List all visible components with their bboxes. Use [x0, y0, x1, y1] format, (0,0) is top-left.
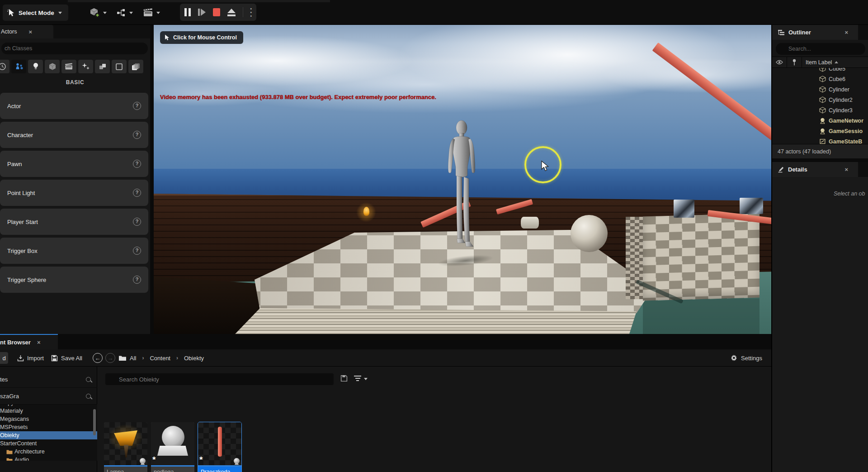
- cinematic-category-button[interactable]: [61, 60, 76, 73]
- blueprints-dropdown[interactable]: [117, 8, 133, 17]
- breadcrumb-content[interactable]: Content: [150, 355, 170, 362]
- outliner-row[interactable]: Cylinder2: [772, 95, 868, 105]
- help-icon[interactable]: [133, 276, 141, 284]
- eject-icon[interactable]: [227, 9, 236, 16]
- mouse-cursor-icon: [541, 161, 549, 172]
- tab-content-browser[interactable]: nt Browser ×: [0, 334, 58, 349]
- stop-icon[interactable]: [213, 8, 220, 16]
- asset-tile-przeszkoda[interactable]: Przeszkoda: [198, 422, 241, 472]
- nav-forward-button[interactable]: →: [105, 349, 115, 367]
- help-icon[interactable]: [133, 160, 141, 168]
- tab-details[interactable]: Details ×: [772, 162, 858, 177]
- volumes-category-button[interactable]: [112, 60, 127, 73]
- gear-icon: [730, 354, 737, 362]
- search-classes-input[interactable]: [1, 43, 148, 54]
- shapes-category-button[interactable]: [45, 60, 60, 73]
- asset-search-input[interactable]: [105, 373, 334, 385]
- outliner-row[interactable]: Cylinder: [772, 84, 868, 95]
- folder-row[interactable]: StarterContent: [0, 439, 97, 448]
- place-actor-item-character[interactable]: Character: [0, 122, 148, 148]
- favorites-row[interactable]: tes: [0, 371, 97, 388]
- search-icon[interactable]: [86, 377, 91, 382]
- place-actor-item-trigger-box[interactable]: Trigger Box: [0, 238, 148, 264]
- place-actor-item-pawn[interactable]: Pawn: [0, 151, 148, 177]
- chevron-down-icon: [129, 12, 133, 14]
- chevron-down-icon: [364, 378, 368, 380]
- folder-row-selected[interactable]: Obiekty: [0, 431, 97, 439]
- place-actor-item-point-light[interactable]: Point Light: [0, 180, 148, 206]
- vfx-category-button[interactable]: [78, 60, 93, 73]
- outliner-tabbar: Outliner ×: [772, 25, 868, 40]
- outliner-row[interactable]: GameStateB: [772, 136, 868, 144]
- filter-dropdown[interactable]: [354, 376, 368, 382]
- pause-icon[interactable]: [184, 8, 191, 16]
- project-root-row[interactable]: szaGra: [0, 388, 97, 405]
- outliner-row[interactable]: GameNetwor: [772, 115, 868, 126]
- help-icon[interactable]: [133, 102, 141, 110]
- folder-row[interactable]: Materialy: [0, 407, 97, 415]
- close-icon[interactable]: ×: [844, 166, 848, 173]
- outliner-search-input[interactable]: [776, 43, 865, 55]
- place-actor-item-player-start[interactable]: Player Start: [0, 209, 148, 235]
- add-actor-dropdown[interactable]: [90, 7, 107, 18]
- close-icon[interactable]: ×: [37, 339, 41, 346]
- panel-divider: [772, 158, 868, 162]
- outliner-row[interactable]: Cube5: [772, 68, 868, 74]
- outliner-row[interactable]: GameSessio: [772, 126, 868, 136]
- scrollbar[interactable]: [93, 409, 96, 435]
- details-tabbar: Details ×: [772, 162, 868, 177]
- help-icon[interactable]: [133, 247, 141, 255]
- asset-tile-podloga[interactable]: podloga: [151, 422, 194, 472]
- add-button-fragment[interactable]: d: [0, 352, 8, 364]
- item-label-column[interactable]: Item Label: [806, 59, 832, 66]
- help-icon[interactable]: [133, 131, 141, 139]
- outliner-row[interactable]: Cylinder3: [772, 105, 868, 115]
- small-cylinder: [521, 217, 539, 229]
- asset-tile-lampa[interactable]: Lampa: [104, 422, 147, 472]
- step-forward-icon[interactable]: [198, 9, 206, 16]
- right-dock-panel: Outliner × Item Label Cube5 Cube6: [771, 25, 868, 472]
- import-button[interactable]: Import: [17, 349, 44, 367]
- outliner-row[interactable]: Cube6: [772, 74, 868, 84]
- content-browser-toolbar: d Import Save All ← → All › Content › Ob…: [0, 349, 771, 367]
- content-browser-settings-button[interactable]: Settings: [730, 349, 762, 367]
- place-actors-tabbar: Actors ×: [0, 25, 150, 38]
- place-actor-item-trigger-sphere[interactable]: Trigger Sphere: [0, 267, 148, 293]
- close-icon[interactable]: ×: [28, 29, 32, 35]
- tab-outliner[interactable]: Outliner ×: [772, 25, 858, 40]
- asset-type-badge-icon: [234, 458, 240, 464]
- sort-asc-icon: [835, 61, 838, 63]
- recent-category-button[interactable]: [0, 60, 9, 73]
- folder-row[interactable]: MSPresets: [0, 423, 97, 431]
- asset-name: Przeszkoda: [198, 467, 241, 472]
- select-mode-dropdown[interactable]: Select Mode: [3, 5, 68, 21]
- save-search-icon[interactable]: [340, 375, 348, 382]
- help-icon[interactable]: [133, 218, 141, 226]
- save-all-button[interactable]: Save All: [51, 349, 82, 367]
- geometry-category-button[interactable]: [95, 60, 110, 73]
- close-icon[interactable]: ×: [844, 29, 848, 36]
- pin-column[interactable]: [787, 57, 802, 67]
- all-classes-category-button[interactable]: [128, 60, 143, 73]
- basic-category-button[interactable]: [11, 60, 26, 73]
- nav-back-button[interactable]: ←: [93, 349, 103, 367]
- game-viewport[interactable]: Video memory has been exhausted (933.878…: [154, 25, 771, 334]
- mouse-control-button[interactable]: Click for Mouse Control: [160, 31, 243, 44]
- visibility-column[interactable]: [772, 57, 787, 67]
- folder-row[interactable]: Architecture: [0, 448, 97, 456]
- sparkles-icon: [82, 63, 90, 71]
- cinematics-dropdown[interactable]: [143, 8, 160, 17]
- place-actor-item-actor[interactable]: Actor: [0, 93, 148, 119]
- tab-place-actors[interactable]: Actors ×: [0, 25, 53, 38]
- game-object-icon: [819, 138, 826, 144]
- search-icon[interactable]: [86, 394, 91, 399]
- lights-category-button[interactable]: [28, 60, 43, 73]
- breadcrumb-all[interactable]: All: [130, 355, 136, 362]
- add-cube-icon: [90, 7, 100, 18]
- kebab-menu-icon[interactable]: [250, 7, 252, 18]
- chevron-down-icon: [156, 12, 160, 14]
- breadcrumb-obiekty[interactable]: Obiekty: [184, 355, 204, 362]
- folder-row[interactable]: Megascans: [0, 415, 97, 423]
- help-icon[interactable]: [133, 189, 141, 197]
- folder-row[interactable]: Audio: [0, 456, 97, 461]
